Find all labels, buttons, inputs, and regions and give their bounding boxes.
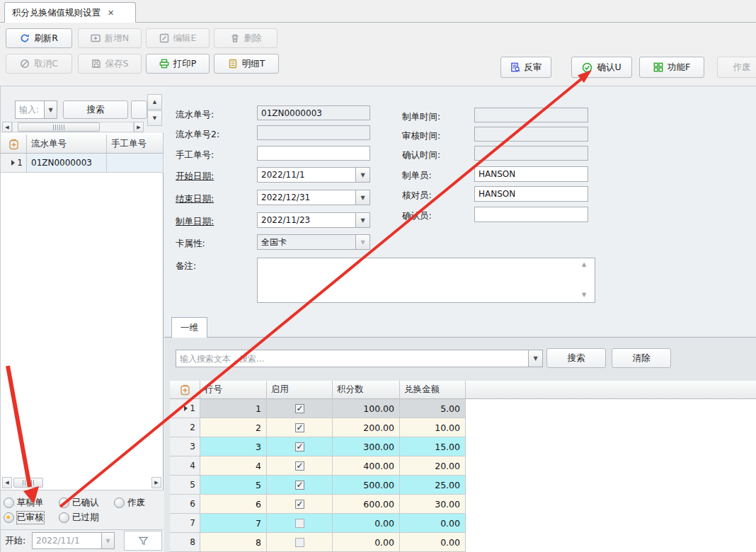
scroll-down-icon[interactable]: ▼ (147, 110, 162, 126)
maker-field[interactable] (474, 166, 588, 182)
detail-clear-button[interactable]: 清除 (612, 348, 671, 368)
detail-search-button[interactable]: 搜索 (546, 348, 606, 368)
grid-col-amount[interactable]: 兑换金额 (400, 381, 466, 399)
grid-row-selector[interactable]: 6 (170, 495, 200, 514)
grid-col-line[interactable]: 行号 (200, 381, 267, 399)
cell-line[interactable]: 1 (200, 399, 267, 418)
table-row[interactable]: 2 2 200.00 10.00 (170, 418, 466, 437)
list-cell-manual[interactable] (107, 154, 164, 173)
cell-line[interactable]: 3 (200, 437, 267, 456)
cell-points[interactable]: 0.00 (333, 533, 400, 552)
start-date-field[interactable] (257, 167, 356, 183)
scroll-up-icon[interactable]: ▲ (147, 94, 162, 110)
confirm-button[interactable]: 确认U (571, 57, 632, 78)
grid-row-selector[interactable]: 2 (170, 418, 200, 437)
function-button[interactable]: 功能F (639, 57, 704, 78)
cancel-button[interactable]: 取消C (6, 54, 72, 74)
end-date-dropdown-icon[interactable]: ▼ (355, 190, 370, 205)
make-time-field[interactable] (474, 108, 588, 122)
serial-field[interactable] (257, 105, 370, 120)
save-button[interactable]: 保存S (78, 54, 142, 74)
hscroll2-left-icon[interactable]: ◀ (2, 477, 12, 488)
detail-button[interactable]: 明细T (214, 54, 279, 74)
checker-field[interactable] (474, 186, 588, 202)
radio-expired-icon[interactable] (59, 512, 69, 523)
tab-points-exchange-rule[interactable]: 积分兑换储值规则设置 ✕ (4, 2, 136, 23)
detail-search-dropdown-icon[interactable]: ▼ (528, 350, 543, 367)
hscroll2-thumb[interactable] (13, 478, 43, 488)
grid-col-enabled[interactable]: 启用 (267, 381, 333, 399)
cell-line[interactable]: 6 (200, 495, 267, 514)
hscroll-right-icon[interactable]: ▶ (134, 122, 144, 132)
refresh-button[interactable]: 刷新R (6, 28, 72, 48)
enabled-checkbox[interactable] (295, 500, 304, 509)
list-row-selector[interactable]: 1 (1, 154, 27, 173)
serial2-field[interactable] (257, 125, 370, 140)
filter-button[interactable] (124, 531, 162, 551)
list-item[interactable]: 1 01ZN0000003 (1, 154, 164, 173)
quick-filter-input[interactable] (15, 100, 45, 119)
cell-amount[interactable]: 0.00 (400, 514, 466, 533)
left-search-button[interactable]: 搜索 (63, 100, 128, 119)
cell-points[interactable]: 100.00 (333, 399, 400, 418)
cell-line[interactable]: 2 (200, 418, 267, 437)
doc-date-dropdown-icon[interactable]: ▼ (355, 212, 370, 228)
hscroll2-right-icon[interactable]: ▶ (151, 477, 161, 488)
enabled-checkbox[interactable] (295, 538, 304, 547)
extra-button[interactable] (131, 100, 147, 119)
radio-expired[interactable]: 已过期 (59, 512, 99, 524)
audit-time-field[interactable] (474, 127, 588, 142)
grid-row-selector[interactable]: 1 (170, 399, 200, 418)
table-row[interactable]: 8 8 0.00 0.00 (170, 533, 466, 552)
grid-corner-cell[interactable] (170, 381, 200, 399)
cell-points[interactable]: 300.00 (333, 437, 400, 456)
cell-points[interactable]: 500.00 (333, 476, 400, 495)
void-button[interactable]: 作废 (717, 57, 756, 78)
list-col-manual[interactable]: 手工单号 (107, 134, 164, 154)
radio-audited-icon[interactable] (4, 512, 14, 523)
radio-draft[interactable]: 草稿单 (4, 497, 44, 509)
enabled-checkbox[interactable] (295, 461, 304, 471)
remark-textarea[interactable] (257, 258, 595, 303)
quick-filter-dropdown-icon[interactable]: ▼ (44, 100, 57, 119)
enabled-checkbox[interactable] (295, 404, 304, 413)
radio-audited[interactable]: 已审核 (4, 512, 44, 524)
table-row[interactable]: 1 1 100.00 5.00 (170, 399, 466, 418)
doc-date-field[interactable] (257, 212, 356, 228)
radio-void-icon[interactable] (114, 498, 125, 508)
radio-draft-icon[interactable] (4, 498, 14, 508)
grid-row-selector[interactable]: 5 (170, 476, 200, 495)
grid-col-points[interactable]: 积分数 (333, 381, 400, 399)
radio-void[interactable]: 作废 (114, 497, 145, 509)
cell-amount[interactable]: 0.00 (400, 533, 466, 552)
enabled-checkbox[interactable] (295, 481, 304, 490)
table-row[interactable]: 4 4 400.00 20.00 (170, 456, 466, 476)
table-row[interactable]: 5 5 500.00 25.00 (170, 476, 466, 495)
cell-points[interactable]: 600.00 (333, 495, 400, 514)
list-col-serial[interactable]: 流水单号 (27, 134, 107, 154)
start-filter-dropdown-icon[interactable]: ▼ (101, 532, 115, 549)
cell-amount[interactable]: 5.00 (400, 399, 466, 418)
start-date-dropdown-icon[interactable]: ▼ (355, 167, 370, 183)
grid-row-selector[interactable]: 4 (170, 456, 200, 476)
hscroll-thumb[interactable] (18, 122, 100, 132)
edit-button[interactable]: 编辑E (146, 28, 210, 48)
radio-confirmed-icon[interactable] (59, 498, 69, 508)
cell-line[interactable]: 7 (200, 514, 267, 533)
print-button[interactable]: 打印P (146, 54, 210, 74)
cell-points[interactable]: 400.00 (333, 456, 400, 476)
hscroll-left-icon[interactable]: ◀ (2, 122, 12, 132)
list-cell-serial[interactable]: 01ZN0000003 (27, 154, 107, 173)
add-button[interactable]: 新增N (78, 28, 142, 48)
table-row[interactable]: 3 3 300.00 15.00 (170, 437, 466, 456)
tab-close-icon[interactable]: ✕ (108, 8, 114, 18)
grid-row-selector[interactable]: 7 (170, 514, 200, 533)
cell-line[interactable]: 8 (200, 533, 267, 552)
cell-line[interactable]: 4 (200, 456, 267, 476)
start-filter-date-input[interactable] (32, 532, 102, 549)
list-corner-cell[interactable] (1, 134, 27, 154)
grid-row-selector[interactable]: 3 (170, 437, 200, 456)
cell-points[interactable]: 0.00 (333, 514, 400, 533)
remark-scroll-down-icon[interactable]: ▼ (582, 292, 586, 298)
cell-amount[interactable]: 10.00 (400, 418, 466, 437)
